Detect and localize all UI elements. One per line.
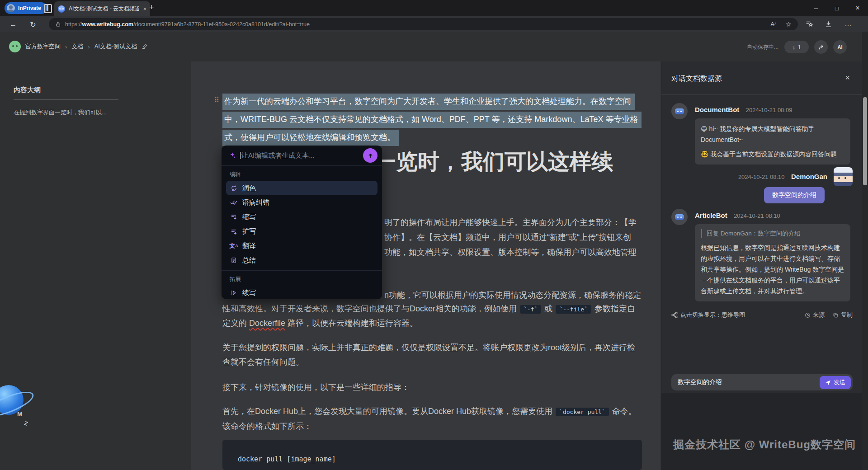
document-text-line[interactable]: 协作】。在【云文档】频道中，用户可以通过“新建”或“上传”按钮来创 (384, 232, 631, 243)
outline-title: 内容大纲 (14, 86, 41, 94)
workspaces-icon[interactable] (44, 4, 52, 13)
menu-item-summarize[interactable]: 总结 (226, 253, 377, 268)
source-button[interactable]: 来源 (805, 311, 825, 319)
drag-handle-icon[interactable]: ⠿ (214, 96, 218, 104)
menu-item-label: 翻译 (242, 242, 256, 250)
watermark: 掘金技术社区 @ WriteBug数字空间 (673, 437, 856, 452)
more-menu-icon[interactable]: … (843, 19, 854, 29)
text-run: 参数指定自 (594, 304, 635, 313)
ai-prompt-input[interactable]: 让AI编辑或者生成文本... (222, 146, 382, 166)
tab-close-icon[interactable]: × (143, 5, 146, 12)
copy-button[interactable]: 复制 (833, 311, 853, 319)
reply-quote: 回复 DemonGan：数字空间的介绍 (701, 229, 844, 238)
chat-panel-title: 对话文档数据源 (671, 74, 722, 84)
document-text-line[interactable]: n功能，它可以根据用户的实际使用情况动态分配资源，确保服务的稳定 (384, 290, 641, 301)
document-text-line[interactable]: 定义的 Dockerfile 路径，以便在云端构建和运行容器。 (222, 318, 418, 329)
browser-tab[interactable]: AI文档-测试文档 - 云文档频道 - 官 × (54, 1, 150, 16)
document-text-line[interactable]: 接下来，针对镜像的使用，以下是一些详细的指导： (222, 382, 410, 393)
favorite-star-icon[interactable]: ☆ (786, 20, 792, 28)
read-aloud-icon[interactable]: A) (770, 21, 775, 28)
download-count-button[interactable]: ↓ 1 (784, 41, 809, 53)
ai-submit-button[interactable] (363, 148, 377, 163)
address-bar[interactable]: https://www.writebug.com/document/9791a6… (49, 18, 798, 30)
chat-close-icon[interactable]: × (845, 73, 850, 83)
assistant-planet-button[interactable]: M Z (0, 385, 48, 435)
selected-text-line[interactable]: 中，WRITE-BUG 云文档不仅支持常见的文档格式，如 Word、PDF、PP… (222, 112, 642, 128)
page-scrollbar[interactable] (862, 32, 868, 470)
inline-code[interactable]: `--file` (556, 305, 591, 314)
text-run: 首先，在Docker Hub上，您会发现大量的可用镜像。要从Docker Hub… (222, 407, 552, 416)
window-maximize-button[interactable]: □ (826, 0, 847, 16)
paper-plane-icon (825, 380, 831, 385)
menu-item-label: 总结 (242, 256, 256, 265)
share-button[interactable] (814, 40, 828, 54)
message-time: 2024-10-21 08:10 (738, 174, 785, 180)
expand-icon (230, 228, 237, 235)
misspelled-word[interactable]: Dockerfile (249, 319, 285, 328)
selected-text-line[interactable]: 式，使得用户可以轻松地在线编辑和预览文档。 (222, 130, 399, 146)
selected-text-line[interactable]: 作为新一代的云端办公和学习平台，数字空间为广大开发者、学生和企业提供了强大的文档… (222, 94, 635, 110)
document-text-line[interactable]: 明了的操作布局让用户能够快速上手。主界面分为几个主要部分：【学 (384, 217, 637, 228)
inline-code[interactable]: `docker pull` (556, 408, 609, 416)
document-text-line[interactable]: 该命令的格式如下所示： (222, 421, 312, 432)
chat-bubble: 😀 hi~ 我是你的专属大模型智能问答助手 DocumentBot~ 🤓 我会基… (695, 118, 850, 164)
send-button[interactable]: 发送 (820, 376, 851, 389)
tab-title: AI文档-测试文档 - 云文档频道 - 官 (69, 5, 139, 13)
send-label: 发送 (834, 378, 845, 386)
menu-item-expand[interactable]: 扩写 (226, 224, 377, 239)
breadcrumb-title[interactable]: AI文档-测试文档 (94, 42, 137, 51)
breadcrumb-space[interactable]: 官方数字空间 (25, 42, 61, 51)
new-tab-button[interactable]: + (149, 3, 154, 12)
source-label: 来源 (813, 311, 825, 319)
breadcrumb-separator: › (65, 43, 67, 50)
document-text-line[interactable]: 功能，如文档共享、权限设置、版本控制等，确保用户可以高效地管理 (384, 247, 637, 258)
document-text-line[interactable]: 首先，在Docker Hub上，您会发现大量的可用镜像。要从Docker Hub… (222, 406, 637, 417)
ai-edit-menu: 让AI编辑或者生成文本... 编辑 润色 语病纠错 缩写 (222, 146, 382, 299)
window-close-button[interactable]: × (847, 0, 868, 16)
window-minimize-button[interactable]: ─ (806, 0, 826, 16)
menu-item-grammar-fix[interactable]: 语病纠错 (226, 195, 377, 210)
browser-window: InPrivate AI文档-测试文档 - 云文档频道 - 官 × + ─ □ … (0, 0, 868, 470)
menu-item-continue-writing[interactable]: 续写 (226, 286, 377, 300)
mindmap-toggle-label[interactable]: 点击切换显示：思维导图 (680, 311, 745, 319)
panel-divider (661, 94, 863, 95)
inprivate-badge[interactable]: InPrivate (5, 2, 47, 14)
document-text-line[interactable]: 查就不会有任何问题。 (222, 357, 304, 367)
collections-icon[interactable] (804, 19, 815, 29)
document-text-line[interactable]: 关于您提到的权限问题，实际上并非真正的难题，仅仅是权限设置不足。将账户权限更改为… (222, 342, 635, 353)
url-scheme: https:// (65, 21, 82, 28)
menu-item-shorten[interactable]: 缩写 (226, 210, 377, 224)
rename-icon[interactable] (142, 43, 148, 50)
summary-doc-icon (230, 257, 237, 264)
menu-item-translate[interactable]: 文A 翻译 (226, 239, 377, 253)
document-text-line[interactable]: 性和高效性。对于开发者来说，数字空间也提供了与Docker相关的功能，例如使用 … (222, 303, 635, 314)
menu-item-label: 续写 (242, 289, 256, 297)
user-chat-bubble: 数字空间的介绍 (764, 187, 825, 203)
url-host: www.writebug.com (82, 21, 133, 28)
refresh-button[interactable]: ↻ (27, 19, 39, 30)
menu-item-polish[interactable]: 润色 (226, 181, 377, 195)
code-block[interactable]: docker pull [image_name] (222, 440, 642, 470)
outline-divider (14, 99, 118, 100)
back-button[interactable]: ← (7, 19, 19, 30)
bubble-body: 根据已知信息，数字空间是指通过互联网技术构建的虚拟环境，用户可以在其中进行文档编… (701, 242, 844, 296)
text-run: 命令。 (612, 407, 637, 416)
menu-section-label: 编辑 (222, 166, 382, 181)
site-header: 官方数字空间 › 文档 › AI文档-测试文档 自动保存中... ↓ 1 AI (0, 32, 862, 61)
menu-item-label: 扩写 (242, 227, 256, 236)
outline-item[interactable]: 在提到数字界面一览时，我们可以... (14, 108, 107, 117)
chat-input[interactable]: 数字空间的介绍 发送 (671, 374, 853, 390)
message-author: DemonGan (791, 173, 827, 180)
ai-assistant-button[interactable]: AI (833, 40, 847, 54)
text-run: 或 (544, 304, 552, 313)
url-path: /document/9791a6b2-8778-11ef-950a-0242c0… (133, 21, 310, 28)
downloads-icon[interactable] (823, 19, 834, 29)
ai-label: AI (838, 44, 843, 50)
breadcrumb-docs[interactable]: 文档 (71, 42, 83, 51)
scrollbar-thumb[interactable] (863, 97, 867, 185)
inprivate-label: InPrivate (18, 5, 41, 11)
space-avatar[interactable] (9, 41, 21, 52)
floating-letter-m: M (17, 410, 23, 418)
download-icon: ↓ (793, 44, 796, 51)
inline-code[interactable]: `-f` (520, 305, 541, 314)
